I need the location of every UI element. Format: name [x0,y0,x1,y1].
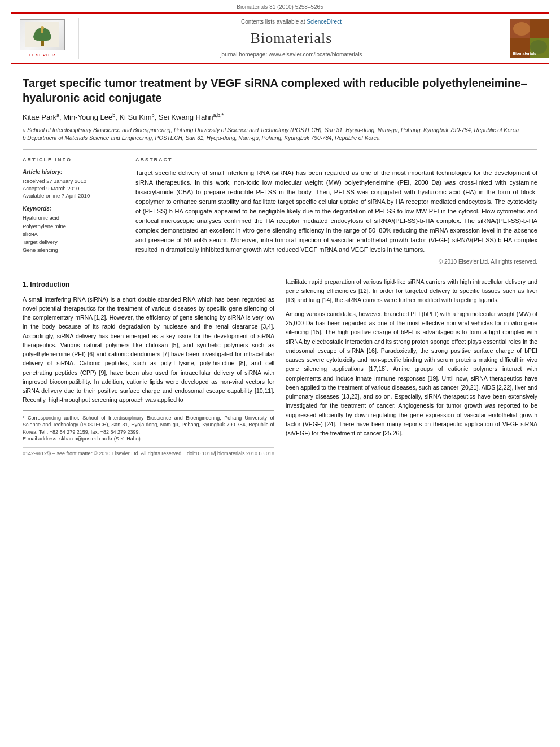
section-divider [23,149,537,150]
intro-heading: 1. Introduction [23,279,274,290]
sciencedirect-link[interactable]: Contents lists available at ScienceDirec… [241,18,342,26]
journal-reference-bar: Biomaterials 31 (2010) 5258–5265 [0,0,560,12]
abstract-text: Target specific delivery of small interf… [135,168,537,255]
cover-thumbnail: Biomaterials [510,19,549,58]
body-two-col: 1. Introduction A small interfering RNA … [23,277,537,460]
footnote-star-text: * Corresponding author. School of Interd… [23,414,274,436]
keywords-title: Keywords: [23,205,116,213]
footer-bar: 0142-9612/$ – see front matter © 2010 El… [23,447,274,460]
footnote-email: E-mail address: skhan b@postech.ac.kr (S… [23,435,274,443]
journal-title-display: Biomaterials [251,28,333,49]
body-left-col: 1. Introduction A small interfering RNA … [23,277,274,460]
keyword-1: Hyaluronic acid [23,214,116,222]
body-right-col: facilitate rapid preparation of various … [286,277,537,460]
journal-header: ELSEVIER Contents lists available at Sci… [11,12,549,64]
body-right-para-1: facilitate rapid preparation of various … [286,277,537,305]
journal-ref-text: Biomaterials 31 (2010) 5258–5265 [237,4,323,10]
affiliation-a: a School of Interdisciplinary Bioscience… [23,126,537,134]
accepted-date: Accepted 9 March 2010 [23,185,116,192]
history-title: Article history: [23,168,116,176]
received-date: Received 27 January 2010 [23,177,116,185]
journal-center-block: Contents lists available at ScienceDirec… [79,18,504,59]
page-container: Biomaterials 31 (2010) 5258–5265 [0,0,560,471]
journal-homepage-text: journal homepage: www.elsevier.com/locat… [220,51,362,59]
affiliation-b: b Department of Materials Science and En… [23,134,537,142]
keyword-3: siRNA [23,230,116,238]
body-right-para-2: Among various candidates, however, branc… [286,309,537,438]
sciencedirect-anchor[interactable]: ScienceDirect [307,19,342,25]
article-info-label: ARTICLE INFO [23,156,116,164]
footnote-area: * Corresponding author. School of Interd… [23,410,274,443]
article-history: Article history: Received 27 January 201… [23,168,116,200]
journal-cover-image: Biomaterials [504,18,549,59]
svg-point-10 [513,22,530,36]
svg-rect-6 [41,29,43,33]
elsevier-label: ELSEVIER [29,52,56,58]
abstract-label: ABSTRACT [135,156,537,164]
available-date: Available online 7 April 2010 [23,192,116,199]
article-title: Target specific tumor treatment by VEGF … [23,76,537,105]
svg-point-5 [41,26,44,29]
abstract-col: ABSTRACT Target specific delivery of sma… [135,156,537,266]
keywords-list: Hyaluronic acid Polyethyleneimine siRNA … [23,214,116,254]
keyword-5: Gene silencing [23,246,116,254]
keyword-4: Target delivery [23,238,116,246]
copyright-line: © 2010 Elsevier Ltd. All rights reserved… [135,258,537,266]
svg-point-3 [33,33,42,41]
elsevier-logo-block: ELSEVIER [11,18,79,59]
svg-text:Biomaterials: Biomaterials [513,51,536,55]
authors-line: Kitae Parka, Min-Young Leeb, Ki Su Kimb,… [23,112,537,123]
svg-point-4 [42,33,51,41]
footer-doi: doi:10.1016/j.biomaterials.2010.03.018 [187,450,274,458]
affiliations-block: a School of Interdisciplinary Bioscience… [23,126,537,142]
elsevier-logo-image [20,19,65,50]
keyword-2: Polyethyleneimine [23,222,116,230]
footer-license: 0142-9612/$ – see front matter © 2010 El… [23,450,183,458]
keywords-section: Keywords: Hyaluronic acid Polyethyleneim… [23,205,116,254]
info-abstract-row: ARTICLE INFO Article history: Received 2… [23,156,537,266]
body-text-area: 1. Introduction A small interfering RNA … [23,277,537,460]
article-content: Target specific tumor treatment by VEGF … [0,64,560,471]
body-para-1: A small interfering RNA (siRNA) is a sho… [23,295,274,405]
article-info-col: ARTICLE INFO Article history: Received 2… [23,156,124,266]
